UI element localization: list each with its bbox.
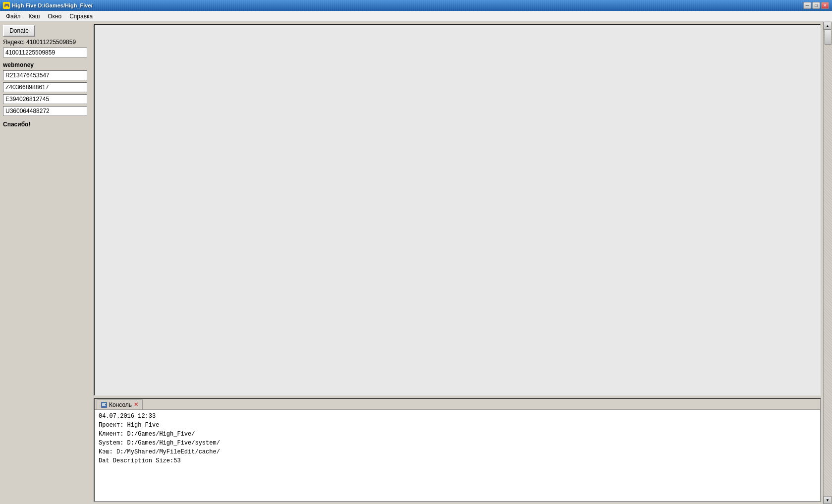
log-line-4: Кэш: D:/MyShared/MyFileEdit/cache/ [99, 448, 816, 456]
right-scrollbar: ▲ ▼ [823, 22, 832, 504]
scroll-up-button[interactable]: ▲ [824, 22, 832, 30]
app-icon: 🎮 [3, 2, 10, 9]
log-line-5: Dat Description Size:53 [99, 456, 816, 465]
account-r: R213476453547 [3, 70, 87, 80]
console-output: 04.07.2016 12:33 Проект: High Five Клиен… [95, 410, 820, 501]
menu-cache[interactable]: Кэш [25, 12, 44, 21]
menu-bar: Файл Кэш Окно Справка [0, 11, 832, 22]
maximize-button[interactable]: □ [812, 2, 820, 9]
log-line-3: System: D:/Games/High_Five/system/ [99, 439, 816, 448]
svg-rect-3 [102, 405, 106, 406]
scroll-thumb[interactable] [825, 30, 832, 45]
window-controls: ─ □ ✕ [803, 2, 829, 9]
console-tab-bar: Консоль ✕ [95, 399, 820, 410]
scroll-down-button[interactable]: ▼ [824, 496, 832, 504]
close-button[interactable]: ✕ [821, 2, 829, 9]
account-e: E394026812745 [3, 94, 87, 104]
svg-rect-1 [102, 403, 106, 404]
console-tab-close[interactable]: ✕ [134, 401, 138, 408]
log-line-1: Проект: High Five [99, 421, 816, 430]
console-icon [101, 402, 107, 408]
menu-window[interactable]: Окно [44, 12, 65, 21]
console-tab-label: Консоль [109, 401, 132, 408]
right-content: Консоль ✕ 04.07.2016 12:33 Проект: High … [92, 22, 823, 504]
menu-help[interactable]: Справка [65, 12, 97, 21]
title-bar-left: 🎮 High Five D:/Games/High_Five/ [3, 2, 93, 9]
yandex-label: Яндекс: 410011225509859 [3, 39, 89, 46]
left-panel: Donate Яндекс: 410011225509859 410011225… [0, 22, 92, 504]
account-z: Z403668988617 [3, 82, 87, 92]
account-u: U360064488272 [3, 106, 87, 116]
webmoney-label: webmoney [3, 61, 89, 68]
donate-button[interactable]: Donate [3, 25, 35, 37]
svg-rect-2 [102, 404, 105, 405]
thanks-label: Спасибо! [3, 121, 89, 128]
window-title: High Five D:/Games/High_Five/ [12, 2, 93, 8]
yandex-account: 410011225509859 [3, 48, 87, 57]
console-tab[interactable]: Консоль ✕ [97, 399, 143, 409]
editor-area [94, 24, 821, 396]
minimize-button[interactable]: ─ [803, 2, 811, 9]
console-panel: Консоль ✕ 04.07.2016 12:33 Проект: High … [94, 398, 821, 502]
log-line-2: Клиент: D:/Games/High_Five/ [99, 430, 816, 439]
title-bar: 🎮 High Five D:/Games/High_Five/ ─ □ ✕ [0, 0, 832, 11]
scroll-track [824, 30, 832, 496]
log-line-0: 04.07.2016 12:33 [99, 412, 816, 421]
main-layout: Donate Яндекс: 410011225509859 410011225… [0, 22, 832, 504]
menu-file[interactable]: Файл [2, 12, 25, 21]
